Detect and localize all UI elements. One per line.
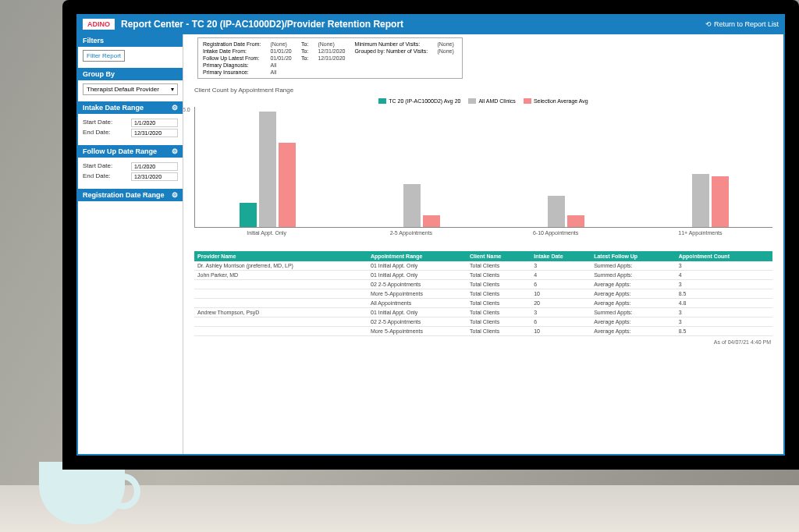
app-screen: ADINO Report Center - TC 20 (IP-AC1000D2… [76, 14, 785, 456]
param-value: (None) [318, 41, 348, 47]
legend-label: TC 20 (IP-AC1000D2) Avg 20 [389, 98, 460, 104]
table-cell: John Parker, MD [194, 271, 368, 280]
legend-swatch [468, 98, 476, 104]
filters-header: Filters [78, 34, 183, 47]
registration-range-label: Registration Date Range [83, 191, 165, 199]
x-axis-label: 6-10 Appointments [484, 228, 628, 236]
table-header: Appointment Count [676, 251, 772, 261]
table-cell: 3 [676, 308, 772, 317]
table-cell: All Appointments [368, 299, 467, 308]
param-label: Registration Date From: [203, 41, 264, 47]
brand-logo[interactable]: ADINO [83, 19, 115, 30]
table-cell: Average Appts: [591, 299, 676, 308]
table-cell: Average Appts: [591, 327, 676, 336]
chart-bar [279, 143, 296, 227]
intake-range-label: Intake Date Range [83, 104, 144, 112]
table-cell: More 5-Appointments [368, 327, 467, 336]
group-by-value: Therapist Default Provider [87, 86, 159, 93]
filter-report-button[interactable]: Filter Report [83, 50, 125, 62]
back-icon: ⟲ [705, 20, 712, 28]
group-by-dropdown[interactable]: Therapist Default Provider ▾ [83, 83, 178, 95]
table-cell: 8.5 [676, 289, 772, 299]
table-cell [194, 289, 368, 299]
param-label: Minimum Number of Visits: [355, 41, 431, 47]
intake-end-input[interactable]: 12/31/2020 [131, 129, 178, 137]
return-link[interactable]: ⟲ Return to Report List [705, 20, 779, 28]
bar-chart: TC 20 (IP-AC1000D2) Avg 20All AMD Clinic… [194, 98, 772, 246]
legend-swatch [524, 98, 531, 104]
table-cell: Summed Appts: [591, 261, 676, 271]
followup-start-input[interactable]: 1/1/2020 [131, 162, 178, 171]
content-area: Registration Date From:(None) To:(None) … [183, 34, 783, 454]
table-header: Provider Name [194, 251, 368, 261]
table-cell [194, 299, 368, 308]
table-row: Andrew Thompson, PsyD01 Initial Appt. On… [194, 308, 772, 317]
param-label: Follow Up Latest From: [203, 55, 264, 61]
chart-bar [403, 184, 421, 227]
param-label: Grouped by: Number of Visits: [355, 48, 431, 54]
table-cell: Total Clients [467, 317, 531, 327]
intake-start-label: Start Date: [83, 119, 112, 127]
table-header: Intake Date [531, 251, 591, 261]
filters-panel: Filters Filter Report [78, 34, 183, 65]
topbar: ADINO Report Center - TC 20 (IP-AC1000D2… [76, 14, 785, 34]
chart-bar [567, 215, 584, 227]
table-cell: 20 [531, 299, 591, 308]
monitor-frame: ADINO Report Center - TC 20 (IP-AC1000D2… [62, 0, 799, 470]
param-value: All [270, 62, 294, 68]
table-row: More 5-AppointmentsTotal Clients10Averag… [194, 289, 772, 299]
table-cell: 01 Initial Appt. Only [368, 308, 467, 317]
gear-icon[interactable]: ⚙ [172, 147, 178, 155]
chart-bar [712, 176, 729, 227]
table-header: Appointment Range [368, 251, 467, 261]
table-cell: Summed Appts: [591, 308, 676, 317]
followup-range-header[interactable]: Follow Up Date Range ⚙ [78, 145, 183, 158]
table-cell: 4 [676, 271, 772, 280]
gear-icon[interactable]: ⚙ [172, 104, 178, 112]
chart-bar [423, 215, 440, 227]
y-tick: 5.0 [183, 107, 190, 112]
bar-group [628, 107, 772, 227]
intake-range-panel: Intake Date Range ⚙ Start Date: 1/1/2020… [78, 101, 183, 142]
param-label: Primary Diagnosis: [203, 62, 264, 68]
chart-bar [259, 112, 276, 227]
table-cell: Total Clients [467, 299, 531, 308]
table-header: Latest Follow Up [591, 251, 676, 261]
legend-item: TC 20 (IP-AC1000D2) Avg 20 [378, 98, 460, 104]
table-cell: 3 [676, 317, 772, 327]
table-row: Dr. Ashley Morrison (preferred, MD, LP)0… [194, 261, 772, 271]
intake-range-header[interactable]: Intake Date Range ⚙ [78, 101, 183, 114]
intake-start-input[interactable]: 1/1/2020 [131, 119, 178, 127]
param-label: Intake Date From: [203, 48, 264, 54]
table-cell: Average Appts: [591, 289, 676, 299]
followup-range-label: Follow Up Date Range [83, 147, 157, 155]
legend-swatch [378, 98, 386, 104]
group-by-panel: Group By Therapist Default Provider ▾ [78, 68, 183, 98]
followup-end-input[interactable]: 12/31/2020 [131, 172, 178, 181]
report-parameters-box: Registration Date From:(None) To:(None) … [197, 37, 463, 79]
table-row: John Parker, MD01 Initial Appt. OnlyTota… [194, 271, 772, 280]
x-axis-label: 11+ Appointments [628, 228, 772, 236]
table-cell: 01 Initial Appt. Only [368, 261, 467, 271]
bar-group [339, 107, 484, 227]
table-cell: Total Clients [467, 327, 531, 336]
param-value: (None) [437, 41, 457, 47]
table-cell: 3 [676, 261, 772, 271]
report-table: Provider NameAppointment RangeClient Nam… [194, 251, 772, 336]
table-cell: 02 2-5 Appointments [368, 317, 467, 327]
param-label: To: [301, 48, 312, 54]
param-value: All [270, 69, 294, 75]
table-cell: Average Appts: [591, 280, 676, 289]
table-cell: 3 [531, 308, 591, 317]
legend-label: Selection Average Avg [534, 98, 588, 104]
table-cell [194, 280, 368, 289]
table-header: Client Name [467, 251, 531, 261]
registration-range-panel: Registration Date Range ⚙ [78, 189, 183, 201]
table-cell: Average Appts: [591, 317, 676, 327]
footer-timestamp: As of 04/07/21 4:40 PM [190, 336, 777, 348]
registration-range-header[interactable]: Registration Date Range ⚙ [78, 189, 183, 201]
group-by-header: Group By [78, 68, 183, 80]
bar-group [195, 107, 339, 227]
x-axis-labels: Initial Appt. Only2-5 Appointments6-10 A… [194, 228, 772, 236]
gear-icon[interactable]: ⚙ [172, 191, 178, 199]
